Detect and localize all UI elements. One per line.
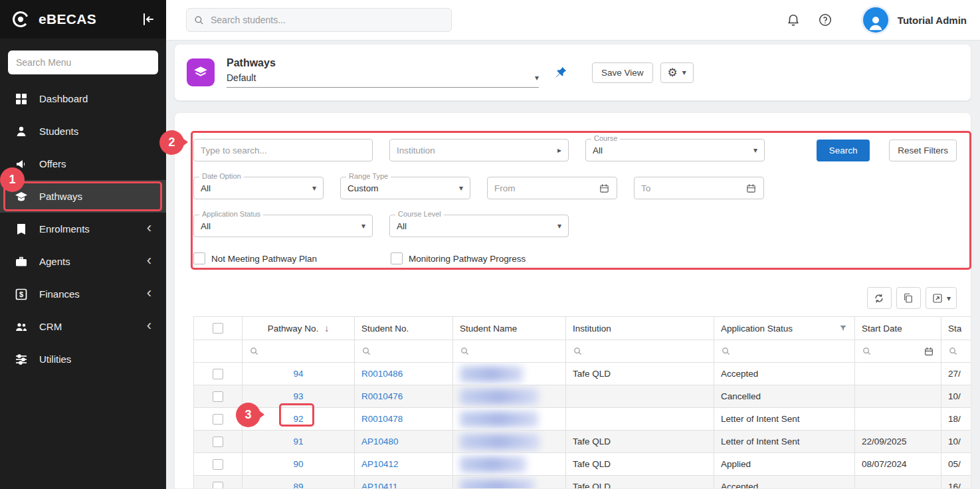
sort-descending-icon[interactable]: ↓ — [324, 323, 329, 334]
keyword-search-input[interactable] — [201, 146, 365, 155]
save-view-button[interactable]: Save View — [592, 62, 653, 83]
student-link[interactable]: AP10480 — [361, 437, 399, 446]
sidebar-item-finances[interactable]: $ Finances ‹ — [0, 278, 166, 310]
application-status-field[interactable]: Application Status All ▾ — [193, 215, 373, 237]
pathway-link[interactable]: 90 — [293, 459, 303, 469]
student-link[interactable]: AP10411 — [361, 482, 398, 489]
filter-cell-select — [194, 340, 243, 362]
sidebar-item-pathways[interactable]: Pathways — [0, 180, 166, 213]
student-link[interactable]: AP10412 — [361, 459, 399, 469]
header-cell-application-status[interactable]: Application Status — [714, 317, 855, 340]
menu-search-input[interactable] — [8, 50, 158, 74]
select-all-checkbox[interactable] — [213, 323, 223, 334]
filter-cell-start-date[interactable] — [855, 340, 941, 362]
course-level-field[interactable]: Course Level All ▾ — [389, 215, 569, 237]
header-cell-pathway-no[interactable]: Pathway No. ↓ — [243, 317, 355, 340]
filter-cell-application-status[interactable] — [714, 340, 855, 362]
to-date-field[interactable] — [634, 177, 764, 199]
keyword-search-field[interactable] — [193, 139, 373, 161]
students-icon — [15, 125, 28, 138]
sidebar-item-utilities[interactable]: Utilities — [0, 343, 166, 375]
grid-row[interactable]: 93 R0010476 Cancelled 10/ — [194, 385, 971, 408]
not-meeting-checkbox[interactable] — [193, 252, 205, 264]
header-cell-student-no[interactable]: Student No. — [355, 317, 453, 340]
application-status-label: Application Status — [199, 211, 263, 218]
notifications-bell-icon[interactable] — [786, 13, 801, 27]
grid-row[interactable]: 89 AP10411 Tafe QLD Accepted 16/ — [194, 476, 971, 489]
filter-cell-student-no[interactable] — [355, 340, 453, 362]
course-field[interactable]: Course All ▾ — [585, 139, 765, 161]
student-search-input[interactable] — [211, 15, 444, 25]
student-no-cell: R0010476 — [355, 385, 453, 407]
refresh-button[interactable] — [867, 287, 892, 309]
view-settings-button[interactable]: ⚙ ▾ — [660, 62, 694, 83]
header-cell-start-date[interactable]: Start Date — [855, 317, 941, 340]
calendar-icon[interactable] — [924, 346, 934, 357]
student-link[interactable]: R0010486 — [361, 369, 403, 379]
copy-button[interactable] — [896, 287, 921, 309]
row-checkbox[interactable] — [213, 369, 223, 379]
grid-row[interactable]: 90 AP10412 Tafe QLD Applied 08/07/2024 0… — [194, 453, 971, 476]
student-no-cell: AP10480 — [355, 431, 453, 452]
filter-cell-student-name[interactable] — [453, 340, 566, 362]
student-link[interactable]: R0010476 — [361, 391, 403, 401]
sidebar-item-crm[interactable]: CRM ‹ — [0, 310, 166, 343]
filter-cell-pathway-no[interactable] — [243, 340, 355, 362]
sidebar-collapse-icon[interactable] — [140, 11, 155, 27]
date-option-field[interactable]: Date Option All ▾ — [193, 177, 324, 199]
pathway-link[interactable]: 94 — [293, 369, 303, 379]
institution-field[interactable]: Institution ▸ — [389, 139, 569, 161]
pathway-link[interactable]: 93 — [293, 391, 303, 401]
monitoring-checkbox[interactable] — [391, 252, 403, 264]
row-checkbox[interactable] — [213, 391, 223, 402]
header-cell-institution[interactable]: Institution — [566, 317, 714, 340]
student-link[interactable]: R0010478 — [361, 414, 403, 424]
search-icon — [862, 346, 872, 356]
grid-row[interactable]: 92 R0010478 Letter of Intent Sent 18/ — [194, 408, 971, 431]
pathway-link-92[interactable]: 92 — [293, 414, 303, 424]
export-button[interactable]: ▾ — [926, 287, 957, 309]
filter-cell-institution[interactable] — [566, 340, 714, 362]
column-label: Application Status — [721, 324, 793, 334]
application-status-cell: Letter of Intent Sent — [714, 408, 855, 430]
sidebar-item-offers[interactable]: Offers — [0, 147, 166, 180]
status-cell: 10/ — [941, 431, 971, 452]
student-name-cell — [453, 453, 566, 475]
sidebar-item-label: Students — [39, 126, 151, 137]
sidebar-item-agents[interactable]: Agents ‹ — [0, 245, 166, 278]
row-select-cell — [194, 453, 243, 475]
monitoring-label: Monitoring Pathway Progress — [409, 254, 526, 264]
sidebar-item-enrolments[interactable]: Enrolments ‹ — [0, 213, 166, 245]
header-cell-status[interactable]: Sta — [941, 317, 971, 340]
search-button[interactable]: Search — [817, 140, 870, 161]
chevron-down-icon: ▾ — [535, 74, 539, 82]
row-checkbox[interactable] — [213, 482, 223, 489]
from-date-field[interactable] — [487, 177, 617, 199]
pathway-link[interactable]: 91 — [293, 437, 303, 446]
user-avatar[interactable] — [863, 7, 888, 33]
to-date-input[interactable] — [641, 183, 745, 193]
reset-filters-button[interactable]: Reset Filters — [889, 140, 957, 161]
view-selector[interactable]: Default ▾ — [227, 72, 539, 88]
grid-row[interactable]: 94 R0010486 Tafe QLD Accepted 27/ — [194, 363, 971, 385]
header-cell-student-name[interactable]: Student Name — [453, 317, 566, 340]
filter-row-1: Institution ▸ Course All ▾ Search Reset … — [193, 139, 957, 161]
filter-cell-status[interactable] — [941, 340, 971, 362]
help-icon[interactable] — [818, 13, 833, 27]
row-checkbox[interactable] — [213, 437, 223, 447]
pin-view-icon[interactable] — [553, 65, 568, 80]
sidebar-item-dashboard[interactable]: Dashboard — [0, 82, 166, 115]
sidebar-item-students[interactable]: Students — [0, 115, 166, 147]
row-checkbox[interactable] — [213, 414, 223, 425]
grid-row[interactable]: 91 AP10480 Tafe QLD Letter of Intent Sen… — [194, 431, 971, 453]
from-date-input[interactable] — [494, 183, 599, 193]
range-type-field[interactable]: Range Type Custom ▾ — [340, 177, 470, 199]
calendar-icon[interactable] — [599, 183, 610, 194]
filter-funnel-icon[interactable] — [838, 324, 848, 333]
redacted-student-name — [460, 456, 526, 472]
sidebar-item-label: CRM — [39, 321, 136, 332]
calendar-icon[interactable] — [745, 183, 757, 194]
pathway-link[interactable]: 89 — [293, 482, 303, 489]
sidebar-item-label: Agents — [39, 256, 136, 267]
row-checkbox[interactable] — [213, 459, 223, 470]
